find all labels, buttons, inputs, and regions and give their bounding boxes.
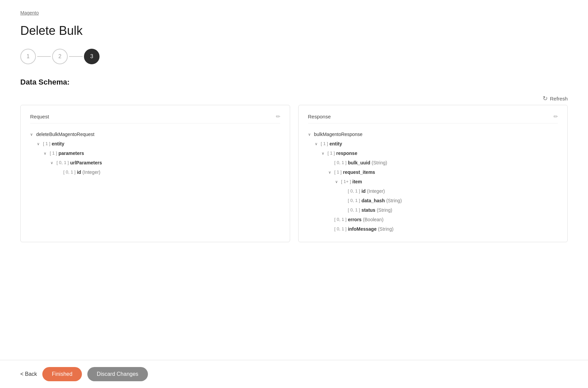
response-info-message-row: [ 0, 1 ] infoMessage (String)	[328, 224, 558, 234]
request-root-row: ∨ deleteBulkMagentoRequest	[30, 130, 280, 139]
response-errors-row: [ 0, 1 ] errors (Boolean)	[328, 215, 558, 224]
parameters-label: parameters	[59, 149, 84, 158]
response-root-chevron: ∨	[308, 131, 313, 138]
resp-response-label: response	[336, 149, 357, 158]
id-label: id	[77, 167, 81, 177]
status-bracket: [ 0, 1 ]	[348, 206, 360, 214]
request-parameters-row: ∨ [ 1 ] parameters	[44, 149, 280, 158]
status-type: (String)	[377, 205, 392, 215]
response-bulk-uuid-row: [ 0, 1 ] bulk_uuid (String)	[328, 158, 558, 167]
request-root-chevron: ∨	[30, 131, 35, 138]
bulk-uuid-type: (String)	[372, 158, 387, 167]
info-msg-label: infoMessage	[348, 224, 377, 234]
item-chevron: ∨	[335, 178, 340, 185]
info-msg-type: (String)	[378, 224, 393, 234]
resp-entity-chevron: ∨	[315, 140, 320, 147]
response-status-row: [ 0, 1 ] status (String)	[342, 205, 558, 215]
request-items-bracket: [ 1 ]	[334, 168, 342, 177]
urlparams-label: urlParameters	[70, 158, 102, 167]
resp-response-bracket: [ 1 ]	[328, 149, 335, 158]
response-root-label: bulkMagentoResponse	[314, 130, 363, 139]
response-panel-title: Response	[308, 114, 331, 119]
data-hash-label: data_hash	[362, 196, 385, 205]
errors-label: errors	[348, 215, 362, 224]
response-data-hash-row: [ 0, 1 ] data_hash (String)	[342, 196, 558, 205]
request-panel: Request ✏ ∨ deleteBulkMagentoRequest ∨ […	[20, 105, 290, 242]
item-id-bracket: [ 0, 1 ]	[348, 187, 360, 196]
section-title: Data Schema:	[20, 78, 568, 87]
refresh-button[interactable]: ↻ Refresh	[543, 95, 568, 102]
request-urlparams-row: ∨ [ 0, 1 ] urlParameters	[50, 158, 280, 167]
refresh-label: Refresh	[550, 96, 568, 101]
parameters-bracket: [ 1 ]	[50, 149, 57, 158]
entity-label: entity	[52, 139, 64, 149]
step-2[interactable]: 2	[52, 49, 68, 64]
step-connector-1	[37, 56, 51, 57]
info-msg-bracket: [ 0, 1 ]	[334, 225, 347, 233]
bulk-uuid-bracket: [ 0, 1 ]	[334, 158, 347, 167]
bulk-uuid-label: bulk_uuid	[348, 158, 370, 167]
response-root-row: ∨ bulkMagentoResponse	[308, 130, 558, 139]
id-type: (Integer)	[83, 167, 101, 177]
parameters-chevron: ∨	[44, 150, 48, 157]
request-panel-title: Request	[30, 114, 49, 119]
response-edit-icon[interactable]: ✏	[553, 113, 558, 120]
discard-changes-button[interactable]: Discard Changes	[87, 367, 148, 381]
data-hash-bracket: [ 0, 1 ]	[348, 196, 360, 205]
response-item-id-row: [ 0, 1 ] id (Integer)	[342, 186, 558, 196]
steps-container: 1 2 3	[20, 49, 568, 64]
step-3[interactable]: 3	[84, 49, 100, 64]
urlparams-chevron: ∨	[50, 159, 55, 166]
item-id-type: (Integer)	[367, 186, 385, 196]
schema-panels: Request ✏ ∨ deleteBulkMagentoRequest ∨ […	[20, 105, 568, 242]
request-tree: ∨ deleteBulkMagentoRequest ∨ [ 1 ] entit…	[30, 130, 280, 177]
bottom-bar: < Back Finished Discard Changes	[0, 360, 588, 388]
item-id-label: id	[362, 186, 366, 196]
urlparams-bracket: [ 0, 1 ]	[57, 158, 69, 167]
data-hash-type: (String)	[386, 196, 402, 205]
entity-chevron: ∨	[37, 140, 42, 147]
resp-entity-bracket: [ 1 ]	[321, 139, 328, 148]
request-root-label: deleteBulkMagentoRequest	[36, 130, 94, 139]
status-label: status	[362, 205, 375, 215]
errors-bracket: [ 0, 1 ]	[334, 215, 347, 224]
request-items-chevron: ∨	[328, 168, 333, 176]
response-item-row: ∨ [ 1+ ] item	[335, 177, 558, 186]
id-bracket: [ 0, 1 ]	[63, 168, 75, 177]
breadcrumb[interactable]: Magento	[20, 10, 568, 16]
finished-button[interactable]: Finished	[42, 367, 82, 381]
resp-entity-label: entity	[329, 139, 342, 149]
errors-type: (Boolean)	[363, 215, 384, 224]
response-request-items-row: ∨ [ 1 ] request_items	[328, 167, 558, 177]
refresh-row: ↻ Refresh	[20, 95, 568, 102]
request-panel-header: Request ✏	[30, 113, 280, 123]
entity-bracket: [ 1 ]	[43, 139, 50, 148]
page-title: Delete Bulk	[20, 24, 568, 38]
response-tree: ∨ bulkMagentoResponse ∨ [ 1 ] entity ∨ […	[308, 130, 558, 234]
response-entity-row: ∨ [ 1 ] entity	[315, 139, 558, 149]
back-button[interactable]: < Back	[20, 371, 37, 377]
request-edit-icon[interactable]: ✏	[276, 113, 280, 120]
response-panel: Response ✏ ∨ bulkMagentoResponse ∨ [ 1 ]…	[298, 105, 568, 242]
item-label: item	[352, 177, 362, 186]
request-items-label: request_items	[343, 167, 375, 177]
refresh-icon: ↻	[543, 95, 548, 102]
response-response-row: ∨ [ 1 ] response	[322, 149, 558, 158]
item-bracket: [ 1+ ]	[341, 177, 351, 186]
request-id-row: [ 0, 1 ] id (Integer)	[57, 167, 280, 177]
resp-response-chevron: ∨	[322, 150, 326, 157]
response-panel-header: Response ✏	[308, 113, 558, 123]
step-connector-2	[69, 56, 83, 57]
request-entity-row: ∨ [ 1 ] entity	[37, 139, 280, 149]
step-1[interactable]: 1	[20, 49, 36, 64]
